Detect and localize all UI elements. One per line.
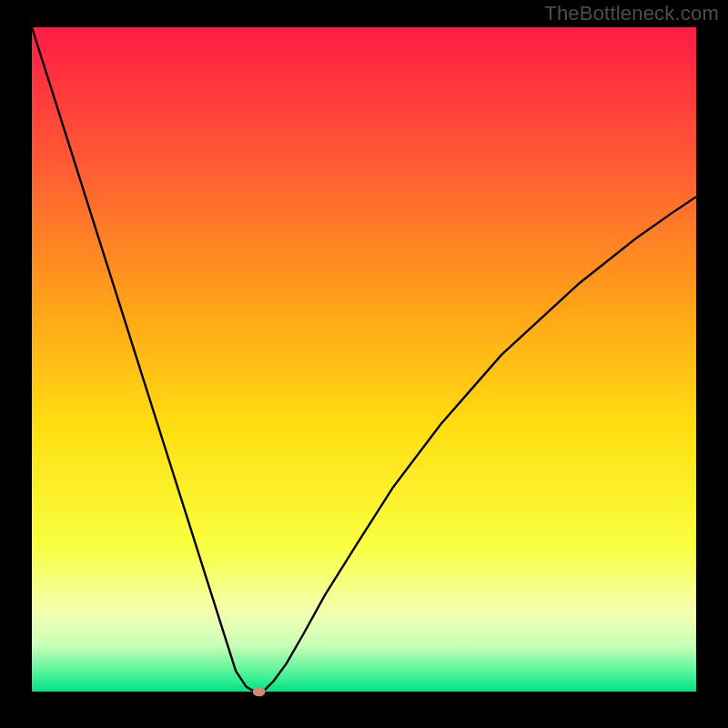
plot-background: [32, 27, 696, 692]
optimum-marker: [253, 687, 266, 697]
chart-stage: TheBottleneck.com: [0, 0, 728, 728]
bottleneck-chart: [0, 0, 728, 728]
watermark-text: TheBottleneck.com: [544, 2, 719, 25]
